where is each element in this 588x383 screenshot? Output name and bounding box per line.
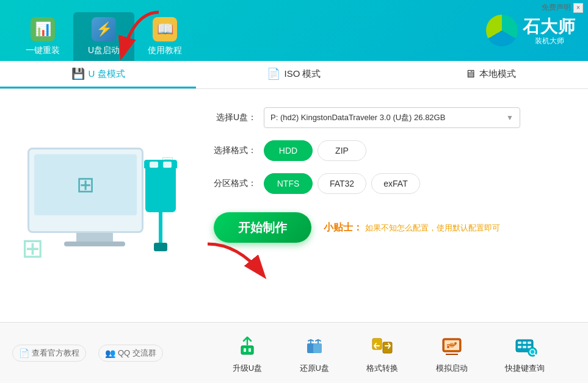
brand-logo (486, 15, 518, 46)
u-disk-select[interactable]: P: (hd2) KingstonDataTraveler 3.0 (U盘) 2… (264, 107, 520, 128)
nav-tab-tutorial[interactable]: 📖 使用教程 (134, 12, 195, 61)
bottom-links: 📄 查看官方教程 👥 QQ 交流群 (0, 345, 189, 362)
nav-tabs: 📊 一键重装 ⚡ U盘启动 📖 使用教程 (12, 0, 195, 61)
svg-rect-16 (518, 346, 521, 348)
format-convert-label: 格式转换 (366, 363, 398, 374)
simulate-boot-tool[interactable]: 模拟启动 (436, 332, 468, 374)
format-convert-tool[interactable]: 格式转换 (366, 332, 398, 374)
hint-container: 小贴士： 如果不知怎么配置，使用默认配置即可 (324, 221, 500, 234)
monitor-base (64, 242, 125, 246)
nav-tab-reinstall[interactable]: 📊 一键重装 (12, 12, 73, 61)
upgrade-u-tool[interactable]: 升级U盘 (233, 332, 262, 374)
reinstall-tab-icon: 📊 (31, 17, 55, 41)
qq-link-icon: 👥 (105, 348, 115, 358)
svg-rect-13 (518, 342, 521, 344)
reinstall-tab-label: 一键重装 (26, 45, 60, 56)
local-mode-label: 本地模式 (479, 68, 516, 80)
svg-rect-4 (313, 343, 322, 353)
local-mode-icon: 🖥 (465, 68, 476, 81)
u-mode-label: U 盘模式 (89, 68, 125, 80)
sub-tab-local-mode[interactable]: 🖥 本地模式 (392, 61, 588, 88)
select-u-disk-row: 选择U盘： P: (hd2) KingstonDataTraveler 3.0 … (214, 107, 564, 128)
shortcut-query-label: 快捷键查询 (505, 363, 545, 374)
free-label: 免费声明 (542, 2, 571, 13)
right-form-area: 选择U盘： P: (hd2) KingstonDataTraveler 3.0 … (189, 89, 588, 322)
sub-tab-u-mode[interactable]: 💾 U 盘模式 (0, 61, 196, 88)
svg-point-11 (454, 342, 457, 345)
title-bar: 免费声明 × (537, 0, 588, 15)
usb-prong-right (163, 162, 172, 168)
left-decorative-area: ⊞ ⊞ ▣ (0, 89, 189, 322)
usb-head (144, 160, 177, 168)
monitor-illustration: ⊞ ⊞ ▣ (27, 148, 162, 263)
qq-group-label: QQ 交流群 (118, 348, 156, 359)
svg-rect-0 (241, 346, 253, 354)
select-label: 选择U盘： (214, 112, 256, 123)
monitor-screen: ⊞ (34, 154, 137, 215)
partition-ntfs-button[interactable]: NTFS (264, 173, 313, 194)
partition-label: 分区格式： (214, 178, 256, 189)
partition-row: 分区格式： NTFS FAT32 exFAT (214, 173, 564, 194)
svg-point-10 (447, 346, 449, 348)
iso-mode-icon: 📄 (267, 67, 280, 81)
select-arrow-icon: ▼ (506, 113, 514, 122)
tutorial-link-icon: 📄 (19, 348, 29, 358)
usb-illustration (144, 160, 177, 251)
monitor-stand (76, 233, 113, 242)
hint-text: 如果不知怎么配置，使用默认配置即可 (365, 223, 500, 232)
windows-logo-large: ⊞ (21, 232, 44, 263)
simulate-boot-icon (438, 332, 465, 359)
format-hdd-button[interactable]: HDD (264, 140, 313, 161)
sub-tab-iso-mode[interactable]: 📄 ISO 模式 (196, 61, 392, 88)
usb-body (145, 168, 176, 212)
u-boot-tab-label: U盘启动 (88, 45, 120, 56)
monitor-body: ⊞ (27, 148, 143, 233)
restore-u-icon (301, 332, 328, 359)
restore-u-label: 还原U盘 (300, 363, 329, 374)
windows-logo-on-screen: ⊞ (76, 172, 95, 198)
upgrade-u-icon (234, 332, 261, 359)
u-disk-select-value: P: (hd2) KingstonDataTraveler 3.0 (U盘) 2… (270, 112, 445, 123)
format-buttons: HDD ZIP (264, 140, 366, 161)
bottom-tools: 升级U盘 还原U盘 (189, 332, 588, 374)
qq-group-link[interactable]: 👥 QQ 交流群 (98, 345, 163, 362)
usb-cable (159, 212, 162, 243)
main-content: ⊞ ⊞ ▣ 选择U盘： P: (hd2) Ki (0, 89, 588, 322)
official-tutorial-label: 查看官方教程 (32, 348, 79, 359)
start-button[interactable]: 开始制作 (214, 212, 311, 243)
brand-name: 石大师 (523, 15, 576, 38)
brand-text-group: 石大师 装机大师 (523, 15, 576, 46)
format-zip-button[interactable]: ZIP (318, 140, 366, 161)
u-mode-icon: 💾 (71, 67, 85, 81)
restore-u-tool[interactable]: 还原U盘 (300, 332, 329, 374)
svg-rect-2 (249, 348, 251, 352)
usb-plug (154, 243, 167, 251)
svg-rect-6 (383, 342, 392, 353)
svg-rect-5 (372, 338, 382, 349)
hint-bold: 小贴士： (324, 222, 363, 232)
svg-rect-17 (523, 346, 526, 348)
iso-mode-label: ISO 模式 (284, 68, 321, 80)
bottom-bar: 📄 查看官方教程 👥 QQ 交流群 升级U盘 (0, 322, 588, 383)
partition-fat32-button[interactable]: FAT32 (318, 173, 366, 194)
shortcut-query-tool[interactable]: 快捷键查询 (505, 332, 545, 374)
usb-prong-left (150, 162, 158, 168)
format-convert-icon (369, 332, 396, 359)
svg-rect-14 (523, 342, 526, 344)
partition-exfat-button[interactable]: exFAT (371, 173, 420, 194)
format-label: 选择格式： (214, 145, 256, 156)
svg-rect-1 (244, 348, 246, 352)
tutorial-tab-label: 使用教程 (148, 45, 182, 56)
upgrade-u-label: 升级U盘 (233, 363, 262, 374)
u-boot-tab-icon: ⚡ (92, 17, 116, 41)
shortcut-query-icon (512, 332, 539, 359)
nav-tab-u-boot[interactable]: ⚡ U盘启动 (73, 12, 134, 61)
brand: 石大师 装机大师 (486, 15, 576, 46)
format-row: 选择格式： HDD ZIP (214, 140, 564, 161)
svg-rect-15 (528, 342, 531, 344)
header: 📊 一键重装 ⚡ U盘启动 📖 使用教程 石大师 装机大师 (0, 0, 588, 61)
close-button[interactable]: × (573, 3, 583, 13)
tutorial-tab-icon: 📖 (153, 17, 177, 41)
official-tutorial-link[interactable]: 📄 查看官方教程 (12, 345, 86, 362)
partition-buttons: NTFS FAT32 exFAT (264, 173, 420, 194)
